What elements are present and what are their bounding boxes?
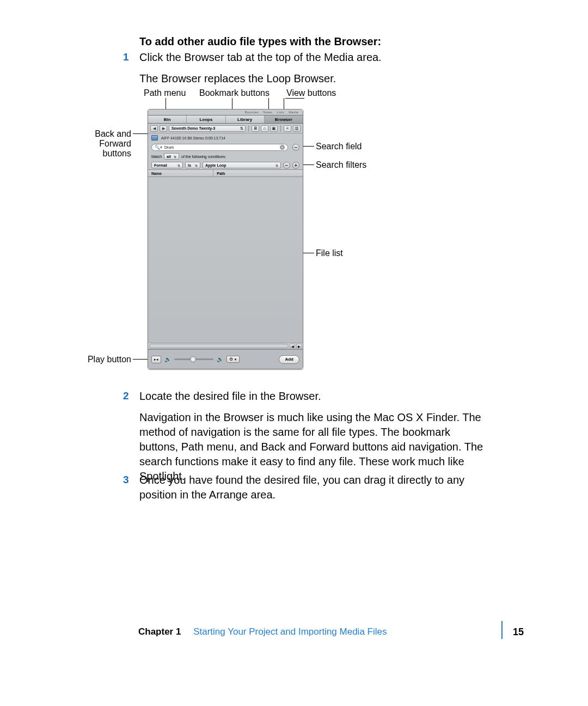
page-footer: Chapter 1 Starting Your Project and Impo…	[138, 626, 387, 637]
path-row: ◀ ▶ Seventh Demo Twenty-3 ⇅ 🖥 ⌂ ▣ ≡ ▥	[148, 124, 303, 133]
blur-tab-2: Lists	[277, 111, 284, 114]
callout-search-field: Search field	[316, 142, 362, 151]
forward-button[interactable]: ▶	[160, 125, 167, 132]
remove-filter-button[interactable]: −	[292, 144, 299, 151]
callout-path-menu: Path menu	[144, 88, 186, 98]
scroll-left-icon[interactable]: ◀	[290, 344, 295, 348]
panel-title-tabs: Bounces Notes Lists Media	[148, 109, 303, 115]
filter-op-select[interactable]: is ⇅	[185, 162, 200, 168]
callout-back-forward-text: Back and Forward buttons	[95, 129, 131, 158]
callout-search-filters: Search filters	[316, 160, 366, 170]
waveform-icon	[151, 135, 158, 141]
scroll-right-icon[interactable]: ▶	[296, 344, 302, 348]
gear-icon: ⚙	[229, 357, 233, 362]
step-2: 2 Locate the desired file in the Browser…	[139, 389, 488, 484]
footer-chapter: Chapter 1	[138, 626, 181, 637]
footer-divider	[501, 621, 503, 639]
speaker-loud-icon[interactable]: 🔊	[217, 356, 223, 362]
match-pre: Match	[151, 155, 162, 159]
step-3: 3 Once you have found the desired file, …	[139, 473, 488, 502]
speaker-mute-icon[interactable]: 🔈	[164, 356, 171, 362]
step-1-number: 1	[123, 50, 129, 64]
add-button[interactable]: Add	[279, 355, 299, 364]
action-menu[interactable]: ⚙ ▼	[226, 356, 240, 363]
page-number: 15	[513, 626, 524, 638]
tab-library[interactable]: Library	[226, 115, 265, 123]
callout-play-button: Play button	[85, 355, 131, 364]
chevron-down-icon: ⇅	[177, 163, 180, 167]
select-arrows-icon: ⇅	[240, 126, 243, 131]
section-heading: To add other audio file types with the B…	[139, 35, 381, 48]
callout-back-forward: Back and Forward buttons	[69, 129, 131, 159]
step-1-line-1: Click the Browser tab at the top of the …	[139, 50, 488, 65]
filter-add-button[interactable]: +	[292, 162, 299, 169]
screenshot-panel: Bounces Notes Lists Media Bin Loops Libr…	[148, 109, 303, 369]
step-3-number: 3	[123, 473, 129, 487]
match-row: Match all ⇅ of the following conditions:	[148, 152, 303, 161]
format-info-row: AIFF 44100 16 Bit Stereo 0:00:13:714	[148, 133, 303, 142]
footer-title: Starting Your Project and Importing Medi…	[193, 626, 387, 637]
filter-value-text: Apple Loop	[205, 163, 226, 167]
clear-search-icon[interactable]: ×	[280, 145, 285, 150]
column-header-path[interactable]: Path	[213, 170, 303, 176]
filter-remove-button[interactable]: −	[283, 162, 290, 169]
file-list-header: Name Path	[148, 169, 303, 177]
step-2-number: 2	[123, 389, 129, 403]
slider-thumb[interactable]	[190, 356, 196, 362]
filter-row-1: Format ⇅ is ⇅ Apple Loop ⇅ − +	[148, 161, 303, 169]
step-2-line-1: Locate the desired file in the Browser.	[139, 389, 488, 404]
callout-view-buttons: View buttons	[286, 88, 336, 98]
match-mode-select[interactable]: all ⇅	[164, 153, 179, 160]
filter-attr-select[interactable]: Format ⇅	[151, 162, 183, 168]
match-mode-value: all	[167, 155, 171, 159]
step-1-line-2: The Browser replaces the Loop Browser.	[139, 71, 488, 86]
back-button[interactable]: ◀	[150, 125, 158, 132]
panel-footer: ▸◂ 🔈 🔊 ⚙ ▼ Add	[148, 349, 303, 369]
tab-loops[interactable]: Loops	[187, 115, 225, 123]
format-info-text: AIFF 44100 16 Bit Stereo 0:00:13:714	[161, 136, 225, 140]
match-post: of the following conditions:	[181, 155, 226, 159]
blur-tab-3: Media	[289, 111, 298, 114]
filter-op-value: is	[188, 163, 191, 167]
chevron-down-icon: ⇅	[195, 163, 198, 167]
horizontal-scrollbar[interactable]: ◀ ▶	[148, 343, 303, 349]
bookmark-home-icon[interactable]: ⌂	[261, 125, 268, 132]
bookmark-project-icon[interactable]: ▣	[270, 125, 278, 132]
step-1: 1 Click the Browser tab at the top of th…	[139, 50, 488, 86]
bookmark-computer-icon[interactable]: 🖥	[252, 125, 259, 132]
volume-slider[interactable]	[174, 358, 213, 360]
chevron-down-icon: ▼	[234, 358, 237, 361]
column-header-name[interactable]: Name	[148, 170, 213, 176]
search-input[interactable]: 🔍▾ Drum ×	[151, 144, 288, 151]
tab-browser[interactable]: Browser	[265, 115, 303, 123]
chevron-down-icon: ⇅	[275, 163, 278, 167]
chevron-down-icon: ⇅	[174, 155, 176, 159]
search-value: Drum	[164, 145, 174, 149]
view-column-icon[interactable]: ▥	[293, 125, 301, 132]
step-3-line-1: Once you have found the desired file, yo…	[139, 473, 488, 502]
filter-attr-value: Format	[154, 163, 167, 167]
callout-bookmark-buttons: Bookmark buttons	[199, 88, 270, 98]
path-menu[interactable]: Seventh Demo Twenty-3 ⇅	[169, 125, 246, 132]
media-tabs: Bin Loops Library Browser	[148, 115, 303, 124]
callout-file-list: File list	[316, 248, 343, 258]
view-list-icon[interactable]: ≡	[284, 125, 291, 132]
tab-bin[interactable]: Bin	[148, 115, 187, 123]
search-icon: 🔍▾	[155, 145, 162, 150]
filter-value-select[interactable]: Apple Loop ⇅	[203, 162, 281, 168]
blur-tab-0: Bounces	[245, 111, 259, 114]
play-button[interactable]: ▸◂	[151, 356, 161, 363]
blur-tab-1: Notes	[263, 111, 272, 114]
search-row: 🔍▾ Drum × −	[148, 142, 303, 152]
path-menu-value: Seventh Demo Twenty-3	[171, 126, 215, 130]
